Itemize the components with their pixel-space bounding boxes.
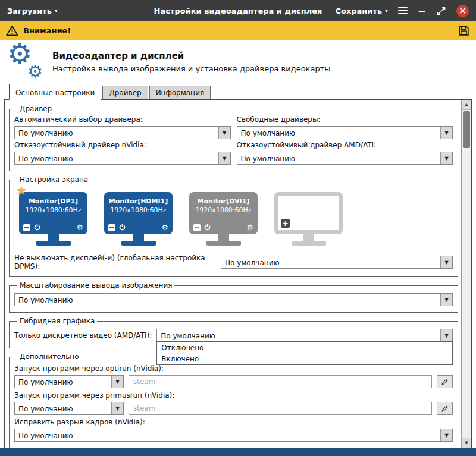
select-value: По умолчанию [15,376,111,388]
power-icon[interactable] [118,224,126,231]
chevron-down-icon: ▾ [55,8,58,14]
monitor-resolution: 1920x1080:60Hz [19,206,87,214]
monitor-dp1[interactable]: ★ Monitor[DP1] 1920x1080:60Hz [19,192,87,246]
chevron-down-icon[interactable]: ▼ [440,256,452,268]
power-icon[interactable] [33,224,41,231]
monitor-name: Monitor[HDMI1] [104,197,173,205]
chevron-down-icon[interactable]: ▼ [440,329,452,341]
tearing-select[interactable]: По умолчанию ▼ [14,429,453,442]
module-header: ⚙ ⚙ Видеоадаптер и дисплей Настройка выв… [0,40,476,83]
driver-grid: Автоматический выбор драйвера: По умолча… [14,114,453,165]
discrete-video-select[interactable]: По умолчанию ▼ [156,329,453,342]
close-button[interactable]: × [456,5,469,17]
screen-legend: Настройка экрана [17,175,90,184]
scaling-fieldset: Масштабирование вывода изображения По ум… [9,281,458,313]
additional-legend: Дополнительно [17,353,82,361]
monitor-settings-icon[interactable]: ⚙ [246,224,253,231]
menu-button[interactable] [398,7,408,14]
option-disabled[interactable]: Отключено [157,342,452,353]
scaling-legend: Масштабирование вывода изображения [17,281,174,290]
save-file-button[interactable] [458,24,470,37]
disable-monitor-icon[interactable] [23,224,30,231]
scroll-up-button[interactable]: ▲ [462,100,471,110]
failsafe-amd-label: Отказоустойчивый драйвер AMD/ATI: [237,141,453,149]
scroll-down-button[interactable]: ▼ [462,438,471,448]
additional-fieldset: Дополнительно Запуск программ через opti… [9,353,458,448]
discrete-video-dropdown: Отключено Включено [156,341,453,365]
driver-legend: Драйвер [17,105,54,113]
add-monitor[interactable]: + [274,192,343,246]
disable-monitor-icon[interactable] [193,224,201,231]
select-value: По умолчанию [237,127,441,139]
tab-content: Драйвер Автоматический выбор драйвера: П… [4,99,472,448]
minimize-button[interactable]: − [418,6,426,16]
load-menu-label: Загрузить [7,7,52,15]
load-menu-button[interactable]: Загрузить ▾ [7,7,58,15]
select-value: По умолчанию [15,152,218,164]
auto-driver-label: Автоматический выбор драйвера: [14,115,231,124]
failsafe-nvidia-select[interactable]: По умолчанию ▼ [14,152,231,165]
discrete-video-label: Только дискретное видео (AMD/ATI): [14,331,152,339]
monitor-name: Monitor[DVI1] [189,197,258,205]
disable-monitor-icon[interactable] [108,224,115,231]
tab-information[interactable]: Информация [149,86,211,99]
monitor-name: Monitor[DP1] [19,197,87,205]
save-menu-label: Сохранить [335,7,382,15]
scrollbar-thumb[interactable] [463,111,470,148]
vertical-scrollbar[interactable]: ▲ ▼ [461,100,471,448]
save-menu-button[interactable]: Сохранить ▾ [335,7,387,15]
optirun-select[interactable]: По умолчанию ▼ [14,375,124,388]
chevron-down-icon[interactable]: ▼ [440,152,452,164]
hybrid-legend: Гибридная графика [17,317,97,325]
module-subtitle: Настройка вывода изображения и установка… [52,64,331,73]
optirun-label: Запуск программ через optirun (nVidia): [14,364,453,373]
floppy-icon [458,24,470,37]
module-title: Видеоадаптер и дисплей [52,51,331,61]
scrollbar-track[interactable] [462,110,471,438]
monitor-dvi1[interactable]: Monitor[DVI1] 1920x1080:60Hz [189,192,258,246]
free-driver-label: Свободные драйверы: [237,115,453,124]
hamburger-icon [398,7,408,8]
monitor-hdmi1[interactable]: Monitor[HDMI1] 1920x1080:60Hz [104,192,173,246]
primusrun-edit-button[interactable] [437,402,453,415]
monitor-settings-icon[interactable]: ⚙ [76,224,83,231]
primusrun-select[interactable]: По умолчанию ▼ [14,402,124,415]
chevron-down-icon[interactable]: ▼ [111,376,123,388]
select-value: По умолчанию [221,256,440,268]
auto-driver-select[interactable]: По умолчанию ▼ [14,126,231,139]
select-value: По умолчанию [15,127,218,139]
titlebar: Загрузить ▾ Настройки видеоадаптера и ди… [0,0,476,21]
optirun-command-input[interactable] [129,375,432,388]
add-monitor-icon[interactable]: + [281,219,290,228]
failsafe-amd-select[interactable]: По умолчанию ▼ [237,152,453,165]
expand-icon [436,6,446,16]
chevron-down-icon[interactable]: ▼ [440,294,452,306]
chevron-down-icon[interactable]: ▼ [218,127,230,139]
option-enabled[interactable]: Включено [157,353,452,364]
primusrun-command-input[interactable] [129,402,432,415]
power-icon[interactable] [203,224,211,231]
monitor-resolution: 1920x1080:60Hz [104,206,173,214]
tab-driver[interactable]: Драйвер [102,86,148,99]
gears-icon: ⚙ ⚙ [7,45,45,79]
monitor-settings-icon[interactable]: ⚙ [161,224,168,231]
optirun-edit-button[interactable] [437,375,453,388]
failsafe-nvidia-label: Отказоустойчивый драйвер nVidia: [14,141,231,149]
tab-main-settings[interactable]: Основные настройки [9,84,101,100]
scaling-select[interactable]: По умолчанию ▼ [14,293,453,306]
app-window: Загрузить ▾ Настройки видеоадаптера и ди… [0,0,476,456]
maximize-button[interactable] [436,6,446,16]
chevron-down-icon[interactable]: ▼ [440,127,452,139]
free-driver-select[interactable]: По умолчанию ▼ [237,126,453,139]
titlebar-controls: Сохранить ▾ − × [335,5,469,17]
monitor-resolution: 1920x1080:60Hz [189,206,258,214]
chevron-down-icon[interactable]: ▼ [440,429,452,441]
pencil-icon [441,405,449,413]
select-value: По умолчанию [15,402,111,414]
dpms-select[interactable]: По умолчанию ▼ [221,256,453,269]
chevron-down-icon[interactable]: ▼ [111,402,123,414]
primusrun-label: Запуск программ через primusrun (nVidia)… [14,391,453,400]
hybrid-fieldset: Гибридная графика Только дискретное виде… [9,317,458,348]
select-value: По умолчанию [157,329,440,341]
chevron-down-icon[interactable]: ▼ [218,152,230,164]
